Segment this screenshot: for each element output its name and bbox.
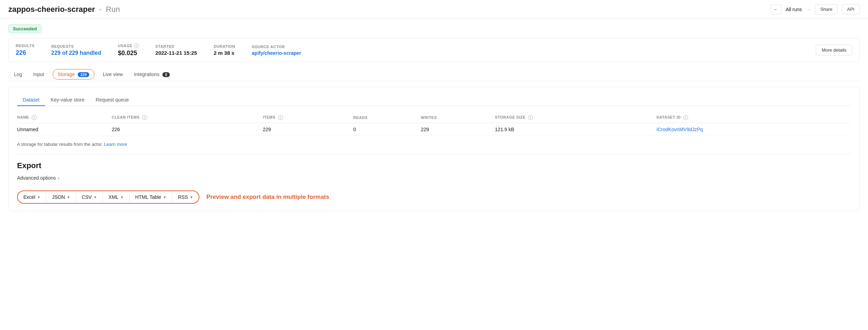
col-clean-items: CLEAN ITEMS i bbox=[112, 113, 263, 123]
dataset-id-info-icon: i bbox=[683, 115, 688, 120]
divider bbox=[17, 154, 851, 154]
stat-source-actor-label: SOURCE ACTOR bbox=[252, 45, 301, 49]
stat-results-label: RESULTS bbox=[16, 44, 35, 48]
items-info-icon: i bbox=[278, 115, 283, 120]
stat-results: RESULTS 226 bbox=[16, 44, 35, 57]
format-json-button[interactable]: JSON ▼ bbox=[46, 191, 76, 203]
col-reads: READS bbox=[353, 113, 421, 123]
sub-tabs: Dataset Key-value store Request queue bbox=[17, 94, 851, 106]
tabs-bar: Log Input Storage 229 Live view Integrat… bbox=[8, 68, 860, 81]
cell-reads: 0 bbox=[353, 123, 421, 136]
cell-dataset-id[interactable]: iCrodKovnMV9dJzPq bbox=[656, 123, 851, 136]
stat-started: STARTED 2022-11-21 15:25 bbox=[155, 44, 197, 56]
format-row: Excel ▼ JSON ▼ CSV ▼ XML ▼ bbox=[17, 190, 851, 204]
stat-duration: DURATION 2 m 38 s bbox=[214, 44, 235, 56]
export-section: Export Advanced options › Excel ▼ JSON ▼ bbox=[17, 161, 851, 204]
col-storage-size: STORAGE SIZE i bbox=[495, 113, 657, 123]
stat-usage-value: $0.025 bbox=[118, 50, 139, 57]
format-rss-button[interactable]: RSS ▼ bbox=[172, 191, 199, 203]
chevron-right-icon: › bbox=[58, 175, 59, 181]
more-details-button[interactable]: More details bbox=[816, 45, 852, 55]
top-header: zappos-cheerio-scraper - Run ← All runs … bbox=[0, 0, 868, 19]
tab-live-view[interactable]: Live view bbox=[97, 68, 129, 81]
stat-usage: USAGE i $0.025 bbox=[118, 43, 139, 57]
cell-storage-size: 121.9 kB bbox=[495, 123, 657, 136]
sub-tab-request-queue[interactable]: Request queue bbox=[90, 94, 135, 106]
xml-caret-icon: ▼ bbox=[120, 195, 124, 199]
learn-more-link[interactable]: Learn more bbox=[104, 142, 127, 147]
stat-requests: REQUESTS 229 of 229 handled bbox=[51, 44, 101, 56]
api-button[interactable]: API bbox=[842, 4, 860, 14]
status-badge: Succeeded bbox=[8, 24, 41, 33]
format-html-table-button[interactable]: HTML Table ▼ bbox=[130, 191, 173, 203]
stat-started-value: 2022-11-21 15:25 bbox=[155, 50, 197, 56]
format-excel-button[interactable]: Excel ▼ bbox=[18, 191, 46, 203]
tab-input[interactable]: Input bbox=[28, 68, 50, 81]
sub-tab-dataset[interactable]: Dataset bbox=[17, 94, 45, 106]
integrations-badge: 0 bbox=[162, 72, 169, 77]
sub-tab-key-value[interactable]: Key-value store bbox=[45, 94, 90, 106]
export-callout: Preview and export data in multiple form… bbox=[206, 194, 329, 201]
share-button[interactable]: Share bbox=[815, 4, 838, 14]
storage-description: A storage for tabular results from the a… bbox=[17, 142, 851, 147]
header-right: ← All runs → Share API bbox=[770, 4, 860, 14]
stat-started-label: STARTED bbox=[155, 44, 197, 48]
csv-caret-icon: ▼ bbox=[93, 195, 97, 199]
stats-row: RESULTS 226 REQUESTS 229 of 229 handled … bbox=[8, 38, 860, 62]
html-table-caret-icon: ▼ bbox=[163, 195, 167, 199]
stat-source-actor-value[interactable]: apify/cheerio-scraper bbox=[252, 50, 301, 56]
stat-requests-value: 229 of 229 handled bbox=[51, 50, 101, 56]
excel-caret-icon: ▼ bbox=[37, 195, 40, 199]
clean-items-info-icon: i bbox=[142, 115, 147, 120]
tab-log[interactable]: Log bbox=[8, 68, 28, 81]
format-group: Excel ▼ JSON ▼ CSV ▼ XML ▼ bbox=[17, 190, 199, 204]
cell-name: Unnamed bbox=[17, 123, 112, 136]
stat-results-value: 226 bbox=[16, 49, 35, 57]
col-items: ITEMS i bbox=[263, 113, 353, 123]
advanced-options[interactable]: Advanced options › bbox=[17, 175, 851, 181]
format-csv-button[interactable]: CSV ▼ bbox=[76, 191, 103, 203]
back-arrow-button[interactable]: ← bbox=[770, 5, 782, 14]
inner-card: Dataset Key-value store Request queue NA… bbox=[8, 87, 860, 211]
cell-clean-items: 226 bbox=[112, 123, 263, 136]
table-row: Unnamed 226 229 0 229 121.9 kB iCrodKovn… bbox=[17, 123, 851, 136]
stat-requests-label: REQUESTS bbox=[51, 44, 101, 48]
usage-info-icon: i bbox=[134, 43, 139, 48]
rss-caret-icon: ▼ bbox=[190, 195, 193, 199]
storage-badge: 229 bbox=[78, 72, 89, 77]
dataset-table: NAME i CLEAN ITEMS i ITEMS i READS WRITE… bbox=[17, 113, 851, 136]
stat-source-actor: SOURCE ACTOR apify/cheerio-scraper bbox=[252, 45, 301, 56]
stat-duration-label: DURATION bbox=[214, 44, 235, 48]
arrow-separator: → bbox=[806, 7, 811, 12]
page-title-run: Run bbox=[106, 5, 120, 14]
json-caret-icon: ▼ bbox=[67, 195, 70, 199]
page-title-main: zappos-cheerio-scraper bbox=[8, 5, 95, 14]
name-info-icon: i bbox=[32, 115, 37, 120]
export-title: Export bbox=[17, 161, 851, 170]
stat-usage-label: USAGE i bbox=[118, 43, 139, 48]
format-xml-button[interactable]: XML ▼ bbox=[103, 191, 130, 203]
cell-writes: 229 bbox=[421, 123, 495, 136]
tab-storage[interactable]: Storage 229 bbox=[53, 69, 94, 80]
stat-duration-value: 2 m 38 s bbox=[214, 50, 235, 56]
storage-size-info-icon: i bbox=[528, 115, 533, 120]
col-writes: WRITES bbox=[421, 113, 495, 123]
col-dataset-id: DATASET ID i bbox=[656, 113, 851, 123]
main-content: Succeeded RESULTS 226 REQUESTS 229 of 22… bbox=[0, 19, 868, 217]
cell-items: 229 bbox=[263, 123, 353, 136]
page-title-separator: - bbox=[99, 5, 101, 14]
tab-integrations[interactable]: Integrations 0 bbox=[128, 68, 175, 81]
all-runs-link[interactable]: All runs bbox=[786, 7, 802, 12]
header-left: zappos-cheerio-scraper - Run bbox=[8, 5, 120, 14]
col-name: NAME i bbox=[17, 113, 112, 123]
